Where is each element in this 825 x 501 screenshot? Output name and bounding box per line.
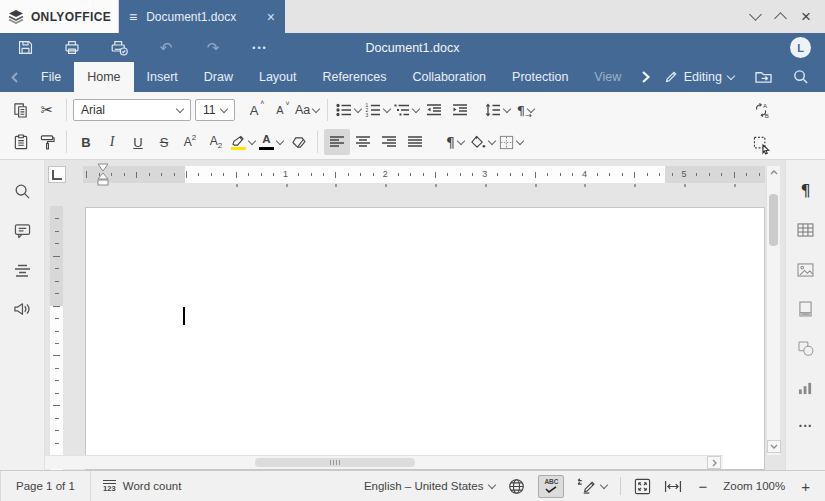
tab-file[interactable]: File bbox=[28, 62, 74, 92]
tab-draw[interactable]: Draw bbox=[191, 62, 246, 92]
track-changes-button[interactable] bbox=[577, 478, 607, 494]
page-indicator[interactable]: Page 1 of 1 bbox=[0, 471, 91, 501]
document-tab-title[interactable]: Document1.docx bbox=[146, 10, 258, 24]
find-replace-button[interactable]: A B bbox=[748, 98, 776, 124]
tab-insert[interactable]: Insert bbox=[134, 62, 191, 92]
copy-button[interactable] bbox=[8, 97, 34, 123]
copy-style-button[interactable] bbox=[34, 129, 60, 155]
decrease-indent-button[interactable] bbox=[421, 97, 447, 123]
table-settings-button[interactable] bbox=[792, 216, 820, 244]
editing-mode-selector[interactable]: Editing bbox=[664, 70, 734, 84]
zoom-out-button[interactable]: − bbox=[695, 478, 710, 495]
clear-style-button[interactable] bbox=[285, 129, 311, 155]
document-tab[interactable]: ≡ Document1.docx × bbox=[119, 0, 285, 33]
chart-settings-button[interactable] bbox=[792, 374, 820, 402]
scroll-tabs-left-button[interactable] bbox=[0, 62, 28, 92]
font-color-button[interactable]: A bbox=[257, 129, 285, 155]
align-left-button[interactable] bbox=[324, 129, 350, 155]
search-icon[interactable] bbox=[793, 69, 809, 85]
fit-to-width-button[interactable] bbox=[664, 480, 682, 493]
set-document-language-button[interactable] bbox=[508, 478, 525, 495]
zoom-in-button[interactable]: + bbox=[798, 478, 813, 495]
subscript-button[interactable]: A2 bbox=[203, 129, 229, 155]
underline-button[interactable]: U bbox=[125, 129, 151, 155]
paragraph-spacing-button[interactable]: ¶→ bbox=[512, 97, 538, 123]
word-count-button[interactable]: 123 Word count bbox=[91, 480, 194, 493]
header-footer-settings-button[interactable] bbox=[792, 295, 820, 323]
paragraph-shading-button[interactable] bbox=[468, 129, 497, 155]
change-case-button[interactable]: Aa bbox=[293, 97, 321, 123]
tab-protection[interactable]: Protection bbox=[499, 62, 581, 92]
image-settings-button[interactable] bbox=[792, 256, 820, 284]
multilevel-list-button[interactable] bbox=[392, 97, 421, 123]
scroll-right-icon[interactable] bbox=[707, 456, 721, 469]
horizontal-ruler[interactable]: 12345 bbox=[83, 166, 765, 183]
window-maximize-icon[interactable] bbox=[774, 12, 787, 25]
scroll-up-icon[interactable] bbox=[767, 166, 781, 179]
align-center-button[interactable] bbox=[350, 129, 376, 155]
tab-collaboration[interactable]: Collaboration bbox=[399, 62, 499, 92]
line-spacing-button[interactable] bbox=[483, 97, 512, 123]
spell-checking-button[interactable]: ABC bbox=[538, 475, 564, 498]
window-minimize-icon[interactable] bbox=[749, 8, 762, 21]
find-button[interactable] bbox=[8, 177, 36, 205]
editing-mode-label[interactable]: Editing bbox=[684, 70, 722, 84]
italic-button[interactable]: I bbox=[99, 129, 125, 155]
increase-indent-button[interactable] bbox=[447, 97, 473, 123]
borders-button[interactable] bbox=[497, 129, 525, 155]
bold-button[interactable]: B bbox=[73, 129, 99, 155]
align-justify-button[interactable] bbox=[402, 129, 428, 155]
cut-button[interactable]: ✂ bbox=[34, 97, 60, 123]
quick-print-button[interactable] bbox=[109, 38, 129, 58]
fit-to-page-button[interactable] bbox=[634, 478, 651, 495]
feedback-button[interactable] bbox=[8, 295, 36, 323]
scroll-down-icon[interactable] bbox=[767, 440, 781, 453]
home-toolbar: ✂ Arial 11 A˄ A˅ Aa 123 bbox=[0, 92, 825, 160]
more-panels-button[interactable]: ··· bbox=[792, 412, 820, 440]
tab-stop-selector-button[interactable] bbox=[48, 166, 66, 183]
window-close-icon[interactable]: × bbox=[801, 8, 811, 25]
zoom-value-label[interactable]: Zoom 100% bbox=[723, 480, 785, 492]
decrement-font-size-button[interactable]: A˅ bbox=[267, 97, 293, 123]
strikeout-button[interactable]: S bbox=[151, 129, 177, 155]
tab-layout[interactable]: Layout bbox=[246, 62, 310, 92]
nonprinting-characters-button[interactable]: ¶ bbox=[442, 129, 468, 155]
vertical-ruler[interactable] bbox=[50, 206, 63, 470]
tab-home[interactable]: Home bbox=[74, 62, 133, 92]
language-selector[interactable]: English – United States bbox=[364, 480, 496, 492]
select-all-button[interactable] bbox=[748, 132, 776, 158]
print-button[interactable] bbox=[62, 38, 82, 58]
bullets-button[interactable] bbox=[334, 97, 363, 123]
align-right-button[interactable] bbox=[376, 129, 402, 155]
save-button[interactable] bbox=[15, 38, 35, 58]
scroll-tabs-right-button[interactable] bbox=[634, 62, 657, 92]
navigation-headings-button[interactable] bbox=[8, 256, 36, 284]
chevron-down-icon bbox=[600, 480, 608, 488]
highlight-color-bar bbox=[231, 147, 246, 150]
paragraph-settings-button[interactable]: ¶ bbox=[792, 176, 820, 204]
font-size-select[interactable]: 11 bbox=[195, 99, 235, 121]
avatar[interactable]: L bbox=[790, 37, 811, 58]
shape-settings-button[interactable] bbox=[792, 334, 820, 362]
tab-references[interactable]: References bbox=[309, 62, 399, 92]
numbering-button[interactable]: 123 bbox=[363, 97, 392, 123]
hamburger-icon[interactable]: ≡ bbox=[129, 10, 137, 24]
highlight-color-button[interactable] bbox=[229, 129, 257, 155]
vertical-scrollbar[interactable] bbox=[766, 166, 780, 455]
vertical-scroll-thumb[interactable] bbox=[769, 194, 778, 246]
superscript-button[interactable]: A2 bbox=[177, 129, 203, 155]
font-name-select[interactable]: Arial bbox=[73, 99, 191, 121]
undo-button[interactable]: ↶ bbox=[156, 38, 176, 58]
tab-close-icon[interactable]: × bbox=[267, 9, 275, 25]
increment-font-size-button[interactable]: A˄ bbox=[241, 97, 267, 123]
comments-button[interactable] bbox=[8, 217, 36, 245]
document-page[interactable] bbox=[85, 207, 765, 470]
open-file-location-button[interactable] bbox=[754, 69, 773, 85]
customize-toolbar-button[interactable]: ••• bbox=[250, 38, 270, 58]
paste-button[interactable] bbox=[8, 129, 34, 155]
separator bbox=[66, 131, 67, 153]
horizontal-scroll-thumb[interactable] bbox=[255, 458, 415, 467]
horizontal-scrollbar[interactable] bbox=[45, 455, 723, 469]
redo-button[interactable]: ↷ bbox=[203, 38, 223, 58]
tab-view[interactable]: View bbox=[581, 62, 634, 92]
